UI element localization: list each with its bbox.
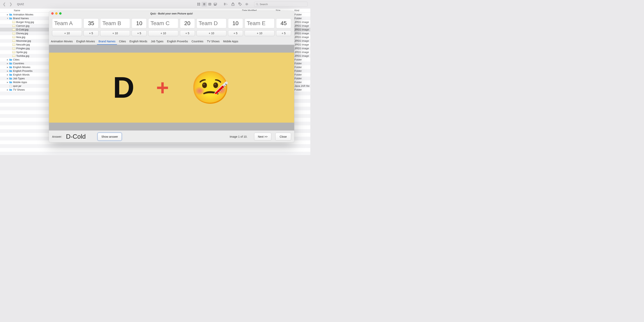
disclosure-triangle-icon[interactable]: ▼	[6, 17, 9, 19]
add-10-button[interactable]: + 10	[52, 30, 82, 36]
file-kind-label: JPEG image	[294, 47, 310, 50]
show-answer-button[interactable]: Show answer	[98, 133, 122, 141]
add-5-button[interactable]: + 5	[132, 30, 147, 36]
group-icon[interactable]	[224, 2, 228, 6]
empty-row	[0, 144, 310, 148]
nav-forward-icon[interactable]: ❯	[9, 2, 12, 6]
svg-point-22	[246, 4, 247, 4]
close-button[interactable]: Close	[275, 133, 291, 141]
teams-scorebar: Team A+ 1035+ 5Team B+ 1010+ 5Team C+ 10…	[49, 16, 294, 38]
sick-face-emoji-icon: 🤒	[190, 72, 230, 103]
file-kind-label: JPEG image	[294, 51, 310, 54]
file-kind-label: JPEG image	[294, 20, 310, 23]
tag-icon[interactable]	[238, 2, 242, 6]
category-tab[interactable]: Countries	[192, 38, 204, 44]
picture-viewport: D + 🤒	[49, 45, 294, 131]
disclosure-triangle-icon[interactable]: ▶	[6, 62, 9, 64]
disclosure-triangle-icon[interactable]: ▶	[6, 70, 9, 72]
add-5-button[interactable]: + 5	[228, 30, 243, 36]
column-kind-header[interactable]: Kind	[294, 9, 310, 12]
quiz-picture: D + 🤒	[49, 53, 294, 123]
team-score-input[interactable]: 20	[180, 18, 195, 28]
disclosure-triangle-icon[interactable]: ▶	[6, 74, 9, 76]
jpeg-file-icon	[12, 32, 16, 35]
folder-icon	[9, 62, 12, 65]
answer-value: D-Cold	[66, 133, 86, 140]
folder-icon	[9, 17, 12, 20]
jpeg-file-icon	[12, 28, 16, 31]
file-name-label: Sprite.jpg	[16, 51, 27, 54]
disclosure-triangle-icon	[10, 25, 12, 27]
team-name-input[interactable]: Team E	[244, 18, 274, 28]
category-tab[interactable]: Brand Names	[98, 38, 116, 44]
team-score-input[interactable]: 10	[132, 18, 147, 28]
image-pager-label: Image 1 of 10.	[230, 135, 248, 138]
svg-rect-7	[208, 3, 211, 5]
disclosure-triangle-icon[interactable]: ▶	[6, 14, 9, 16]
disclosure-triangle-icon[interactable]: ▶	[6, 89, 9, 91]
file-kind-label: JPEG image	[294, 43, 310, 46]
next-button[interactable]: Next >>	[254, 133, 271, 141]
search-input[interactable]	[260, 3, 306, 6]
category-tab[interactable]: Job Types	[151, 38, 164, 44]
category-tab[interactable]: English Movies	[76, 38, 95, 44]
disclosure-triangle-icon	[10, 36, 12, 38]
jpeg-file-icon	[12, 51, 16, 54]
file-name-label: English Proverbs	[13, 69, 32, 72]
svg-rect-11	[214, 5, 214, 5]
category-tab[interactable]: TV Shows	[207, 38, 220, 44]
team-score-input[interactable]: 10	[228, 18, 243, 28]
category-tab[interactable]: Mobile Apps	[223, 38, 238, 44]
disclosure-triangle-icon[interactable]: ▶	[6, 77, 9, 79]
team-name-input[interactable]: Team C	[148, 18, 178, 28]
add-5-button[interactable]: + 5	[276, 30, 291, 36]
category-tab[interactable]: English Words	[130, 38, 147, 44]
svg-point-19	[239, 3, 240, 3]
search-field[interactable]	[254, 1, 308, 7]
file-name-label: Mobile Apps	[13, 81, 27, 84]
view-icons-icon[interactable]	[196, 2, 202, 6]
add-10-button[interactable]: + 10	[196, 30, 226, 36]
disclosure-triangle-icon[interactable]: ▶	[6, 59, 9, 61]
disclosure-triangle-icon[interactable]: ▶	[6, 66, 9, 68]
file-name-label: Disney.jpg	[16, 32, 28, 35]
team-score-input[interactable]: 35	[84, 18, 98, 28]
add-5-button[interactable]: + 5	[180, 30, 195, 36]
team-name-input[interactable]: Team D	[196, 18, 226, 28]
quiz-app-window: Quiz - Build your own Picture quiz! Team…	[49, 11, 294, 142]
category-tab[interactable]: English Proverbs	[167, 38, 188, 44]
file-name-label: Countries	[13, 62, 24, 65]
svg-rect-3	[199, 4, 200, 5]
add-5-button[interactable]: + 5	[84, 30, 98, 36]
jpeg-file-icon	[12, 36, 16, 38]
category-tab[interactable]: Animation Movies	[51, 38, 73, 44]
team-name-input[interactable]: Team B	[100, 18, 130, 28]
add-10-button[interactable]: + 10	[148, 30, 178, 36]
share-icon[interactable]	[231, 2, 235, 6]
file-name-label: Nescafe.jpg	[16, 43, 30, 46]
folder-icon	[9, 13, 12, 16]
file-kind-label: Folder	[294, 73, 310, 76]
finder-window-title: QUIZ	[17, 2, 24, 6]
team-score-input[interactable]: 45	[276, 18, 291, 28]
team-name-input[interactable]: Team A	[52, 18, 82, 28]
svg-rect-2	[198, 4, 198, 5]
category-tab[interactable]: Cities	[119, 38, 126, 44]
answer-label: Answer:	[52, 135, 62, 138]
disclosure-triangle-icon[interactable]: ▶	[6, 81, 9, 83]
quiz-titlebar[interactable]: Quiz - Build your own Picture quiz!	[49, 11, 294, 16]
svg-rect-15	[224, 4, 225, 5]
nav-back-icon[interactable]: ❮	[3, 2, 6, 6]
more-icon[interactable]	[246, 2, 249, 6]
view-columns-icon[interactable]	[207, 2, 212, 6]
add-10-button[interactable]: + 10	[244, 30, 274, 36]
file-name-label: English Words	[13, 73, 30, 76]
view-list-icon[interactable]	[202, 2, 207, 6]
disclosure-triangle-icon	[10, 55, 12, 57]
jpeg-file-icon	[12, 43, 16, 46]
file-kind-label: JPEG image	[294, 24, 310, 27]
folder-icon	[9, 58, 12, 61]
add-10-button[interactable]: + 10	[100, 30, 130, 36]
finder-toolbar: ❮ ❯ QUIZ	[0, 0, 310, 8]
view-gallery-icon[interactable]	[212, 2, 218, 6]
